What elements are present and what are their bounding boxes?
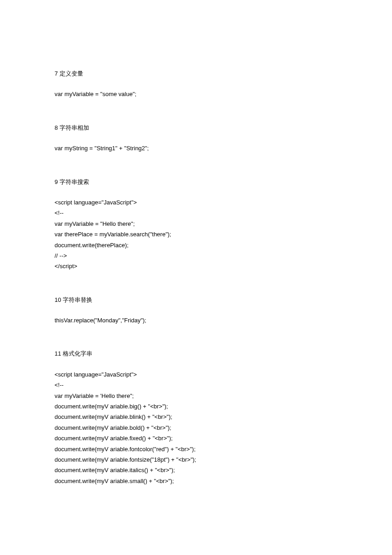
section-heading: 11 格式化字串 <box>55 348 337 359</box>
code-line: document.write(myV ariable.italics() + "… <box>55 465 337 475</box>
code-line: var myVariable = "Hello there"; <box>55 219 337 229</box>
code-block: thisVar.replace("Monday","Friday"); <box>55 315 337 326</box>
section-heading: 8 字符串相加 <box>55 122 337 133</box>
code-line: var myVariable = "some value"; <box>55 89 337 99</box>
code-line: var myVariable = 'Hello there"; <box>55 391 337 401</box>
code-line: document.write(myV ariable.small() + "<b… <box>55 476 337 486</box>
code-line: document.write(myV ariable.bold() + "<br… <box>55 423 337 433</box>
code-line: document.write(myV ariable.fontcolor("re… <box>55 444 337 454</box>
code-line: </script> <box>55 261 337 271</box>
section-heading: 7 定义变量 <box>55 68 337 79</box>
document-page: 7 定义变量 var myVariable = "some value"; 8 … <box>0 0 392 555</box>
code-line: document.write(therePlace); <box>55 240 337 250</box>
code-line: <script language="JavaScript"> <box>55 197 337 208</box>
code-line: <script language="JavaScript"> <box>55 369 337 380</box>
code-line: document.write(myV ariable.big() + "<br>… <box>55 401 337 412</box>
code-line: var myString = "String1" + "String2"; <box>55 143 337 153</box>
code-line: document.write(myV ariable.fontsize("18p… <box>55 454 337 465</box>
code-block: var myString = "String1" + "String2"; <box>55 143 337 153</box>
section-heading: 9 字符串搜索 <box>55 177 337 187</box>
code-block: <script language="JavaScript"> <!-- var … <box>55 197 337 272</box>
code-line: <!-- <box>55 208 337 218</box>
code-block: <script language="JavaScript"> <!-- var … <box>55 369 337 486</box>
section-heading: 10 字符串替换 <box>55 295 337 305</box>
code-block: var myVariable = "some value"; <box>55 89 337 99</box>
code-line: document.write(myV ariable.blink() + "<b… <box>55 412 337 422</box>
code-line: var therePlace = myVariable.search("ther… <box>55 229 337 239</box>
code-line: document.write(myV ariable.fixed() + "<b… <box>55 433 337 443</box>
code-line: <!-- <box>55 380 337 390</box>
code-line: thisVar.replace("Monday","Friday"); <box>55 315 337 326</box>
code-line: // --> <box>55 250 337 261</box>
